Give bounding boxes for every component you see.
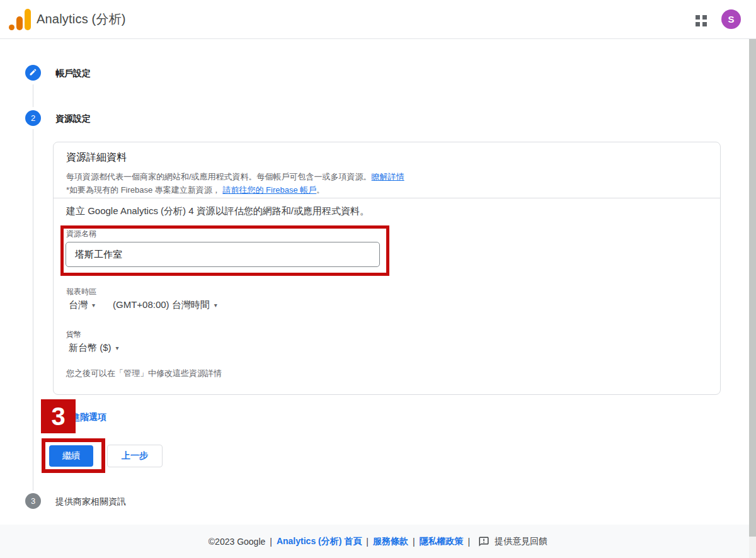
footer-separator: | [270,537,272,547]
property-details-card: 資源詳細資料 每項資源都代表一個商家的網站和/或應用程式資料。每個帳戶可包含一或… [53,142,721,395]
card-description-text: 每項資源都代表一個商家的網站和/或應用程式資料。每個帳戶可包含一或多項資源。 [66,172,372,181]
apps-grid-icon[interactable] [696,15,707,26]
app-header: Analytics (分析) S [0,0,756,39]
logo-bar-short [16,16,23,30]
firebase-note-prefix: *如要為現有的 Firebase 專案建立新資源， [66,185,220,195]
card-intro-text: 建立 Google Analytics (分析) 4 資源以評估您的網路和/或應… [66,205,369,217]
edit-pencil-icon [29,68,37,78]
terms-of-service-link[interactable]: 服務條款 [373,536,408,547]
scrollbar-thumb[interactable] [749,39,756,537]
step2-number: 2 [31,113,35,123]
timezone-zone-dropdown[interactable]: (GMT+08:00) 台灣時間▾ [113,299,217,311]
step1-circle[interactable] [25,65,41,81]
send-feedback-button[interactable]: 提供意見回饋 [478,536,547,547]
page-footer: ©2023 Google | Analytics (分析) 首頁 | 服務條款 … [0,525,756,558]
card-description: 每項資源都代表一個商家的網站和/或應用程式資料。每個帳戶可包含一或多項資源。瞭解… [66,170,404,196]
analytics-home-link[interactable]: Analytics (分析) 首頁 [277,536,362,547]
step2-circle: 2 [25,110,41,126]
card-divider [54,198,720,198]
step3-number: 3 [31,496,35,506]
timezone-country-dropdown[interactable]: 台灣▾ [69,299,95,311]
step2-label: 資源設定 [55,113,91,125]
firebase-account-link[interactable]: 請前往您的 Firebase 帳戶 [223,185,317,195]
timezone-zone-value: (GMT+08:00) 台灣時間 [113,299,210,310]
step3-label: 提供商家相關資訊 [55,496,126,508]
stepper-connector-1 [33,84,33,107]
chevron-down-icon: ▾ [116,344,119,351]
annotation-step-badge: 3 [41,399,76,433]
property-name-label: 資源名稱 [66,229,96,239]
learn-more-link[interactable]: 瞭解詳情 [372,172,404,181]
step1-label: 帳戶設定 [55,68,91,79]
currency-value: 新台幣 ($) [69,342,112,353]
privacy-policy-link[interactable]: 隱私權政策 [420,536,464,547]
logo-bar-tall [25,9,31,30]
logo-dot [9,25,14,30]
footer-separator: | [413,537,415,547]
feedback-bubble-icon [478,536,495,547]
google-analytics-logo-icon [9,9,32,30]
currency-label: 貨幣 [66,329,81,340]
continue-button[interactable]: 繼續 [49,445,93,467]
chevron-down-icon: ▾ [92,302,95,309]
analytics-setup-page: Analytics (分析) S 帳戶設定 2 資源設定 資源詳細資料 每項資源… [0,0,756,558]
firebase-note-suffix: 。 [316,185,324,195]
card-footer-note: 您之後可以在「管理」中修改這些資源詳情 [66,368,222,379]
stepper-connector-2 [33,129,33,491]
feedback-label: 提供意見回饋 [495,536,547,547]
step3-circle: 3 [25,493,41,509]
avatar[interactable]: S [721,9,741,29]
footer-separator: | [468,537,471,547]
currency-dropdown[interactable]: 新台幣 ($)▾ [69,342,119,354]
back-button[interactable]: 上一步 [107,445,163,467]
timezone-label: 報表時區 [66,287,96,297]
card-title: 資源詳細資料 [66,151,127,164]
property-name-input[interactable] [66,242,380,267]
app-title: Analytics (分析) [37,11,126,28]
copyright-text: ©2023 Google [209,537,266,547]
chevron-down-icon: ▾ [214,302,217,309]
timezone-country-value: 台灣 [69,299,88,310]
footer-separator: | [366,537,369,547]
